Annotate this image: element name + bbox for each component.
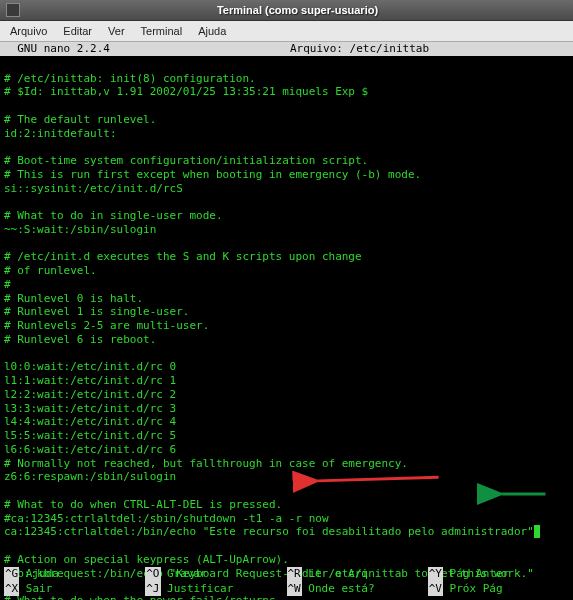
file-line: # What to do when CTRL-ALT-DEL is presse… <box>4 498 569 512</box>
file-line: l0:0:wait:/etc/init.d/rc 0 <box>4 360 569 374</box>
nano-helpbar: ^G Ajuda^O Gravar^R Ler o Arq^Y Pág Ante… <box>0 567 573 596</box>
file-line: si::sysinit:/etc/init.d/rcS <box>4 182 569 196</box>
file-line: ca:12345:ctrlaltdel:/bin/echo "Este recu… <box>4 525 569 539</box>
file-line: id:2:initdefault: <box>4 127 569 141</box>
menu-arquivo[interactable]: Arquivo <box>4 23 53 39</box>
file-line <box>4 539 569 553</box>
file-line: # /etc/init.d executes the S and K scrip… <box>4 250 569 264</box>
help-item: ^O Gravar <box>145 567 286 581</box>
file-line: # $Id: inittab,v 1.91 2002/01/25 13:35:2… <box>4 85 569 99</box>
help-label: Ajuda <box>19 567 59 581</box>
file-line: # /etc/inittab: init(8) configuration. <box>4 72 569 86</box>
help-item: ^X Sair <box>4 582 145 596</box>
file-line: # Runlevel 6 is reboot. <box>4 333 569 347</box>
help-label: Gravar <box>161 567 207 581</box>
file-line: # What to do in single-user mode. <box>4 209 569 223</box>
help-key: ^J <box>145 582 160 596</box>
file-line: # Runlevel 1 is single-user. <box>4 305 569 319</box>
help-item: ^G Ajuda <box>4 567 145 581</box>
help-item: ^W Onde está? <box>287 582 428 596</box>
help-key: ^G <box>4 567 19 581</box>
file-line <box>4 99 569 113</box>
help-key: ^W <box>287 582 302 596</box>
window-title: Terminal (como super-usuario) <box>28 4 567 16</box>
titlebar[interactable]: Terminal (como super-usuario) <box>0 0 573 21</box>
file-line: # <box>4 278 569 292</box>
help-item: ^R Ler o Arq <box>287 567 428 581</box>
help-label: Pág Anter <box>443 567 509 581</box>
file-line: l6:6:wait:/etc/init.d/rc 6 <box>4 443 569 457</box>
file-line <box>4 347 569 361</box>
file-line <box>4 195 569 209</box>
nano-version: GNU nano 2.2.4 <box>4 42 110 56</box>
help-label: Próx Pág <box>443 582 503 596</box>
help-key: ^O <box>145 567 160 581</box>
file-line: l3:3:wait:/etc/init.d/rc 3 <box>4 402 569 416</box>
menu-ver[interactable]: Ver <box>102 23 131 39</box>
menubar: Arquivo Editar Ver Terminal Ajuda <box>0 21 573 42</box>
terminal-window: Terminal (como super-usuario) Arquivo Ed… <box>0 0 573 600</box>
file-line: # The default runlevel. <box>4 113 569 127</box>
file-line: # Runlevels 2-5 are multi-user. <box>4 319 569 333</box>
text-cursor <box>534 525 541 538</box>
help-label: Onde está? <box>302 582 375 596</box>
file-line <box>4 237 569 251</box>
file-line: # Runlevel 0 is halt. <box>4 292 569 306</box>
file-line: # Action on special keypress (ALT-UpArro… <box>4 553 569 567</box>
app-icon <box>6 3 20 17</box>
help-key: ^Y <box>428 567 443 581</box>
file-line: # of runlevel. <box>4 264 569 278</box>
file-line: l2:2:wait:/etc/init.d/rc 2 <box>4 388 569 402</box>
file-line <box>4 140 569 154</box>
nano-statusbar: GNU nano 2.2.4 Arquivo: /etc/inittab <box>0 42 573 56</box>
file-line: # This is run first except when booting … <box>4 168 569 182</box>
file-line: z6:6:respawn:/sbin/sulogin <box>4 470 569 484</box>
help-item: ^J Justificar <box>145 582 286 596</box>
menu-terminal[interactable]: Terminal <box>135 23 189 39</box>
file-line: # Normally not reached, but fallthrough … <box>4 457 569 471</box>
terminal-area[interactable]: GNU nano 2.2.4 Arquivo: /etc/inittab # /… <box>0 42 573 600</box>
file-line: ~~:S:wait:/sbin/sulogin <box>4 223 569 237</box>
help-key: ^V <box>428 582 443 596</box>
file-line: # Boot-time system configuration/initial… <box>4 154 569 168</box>
nano-filename: Arquivo: /etc/inittab <box>110 42 569 56</box>
help-item: ^Y Pág Anter <box>428 567 569 581</box>
file-content[interactable]: # /etc/inittab: init(8) configuration.# … <box>0 56 573 600</box>
help-key: ^R <box>287 567 302 581</box>
menu-editar[interactable]: Editar <box>57 23 98 39</box>
menu-ajuda[interactable]: Ajuda <box>192 23 232 39</box>
file-line <box>4 484 569 498</box>
help-label: Sair <box>19 582 52 596</box>
file-line: l5:5:wait:/etc/init.d/rc 5 <box>4 429 569 443</box>
help-label: Ler o Arq <box>302 567 368 581</box>
file-line: l4:4:wait:/etc/init.d/rc 4 <box>4 415 569 429</box>
file-line: #ca:12345:ctrlaltdel:/sbin/shutdown -t1 … <box>4 512 569 526</box>
help-key: ^X <box>4 582 19 596</box>
file-line: l1:1:wait:/etc/init.d/rc 1 <box>4 374 569 388</box>
help-item: ^V Próx Pág <box>428 582 569 596</box>
help-label: Justificar <box>161 582 234 596</box>
file-line <box>4 58 569 72</box>
